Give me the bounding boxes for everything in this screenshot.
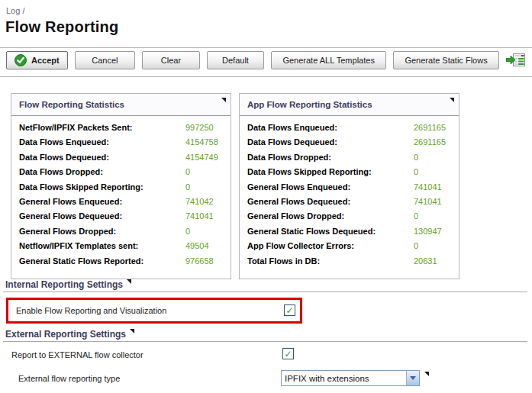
internal-reporting-settings-heading: Internal Reporting Settings	[5, 279, 131, 290]
enable-flow-reporting-checkbox[interactable]: ✓	[284, 304, 295, 316]
stat-row: App Flow Collector Errors:0	[247, 241, 451, 256]
green-check-circle-icon	[15, 54, 27, 66]
stat-value: 741041	[185, 211, 214, 221]
app-flow-reporting-statistics-title: App Flow Reporting Statistics	[247, 100, 372, 109]
generate-static-flows-label: Generate Static Flows	[405, 56, 487, 65]
report-external-collector-checkbox[interactable]: ✓	[282, 348, 294, 359]
external-reporting-settings-title: External Reporting Settings	[5, 329, 126, 340]
default-button[interactable]: Default	[207, 51, 265, 69]
stat-value: 741042	[185, 197, 214, 206]
stat-label: Data Flows Skipped Reporting:	[247, 167, 372, 176]
section-divider	[3, 292, 527, 292]
stat-label: NetFlow/IPFIX Packets Sent:	[19, 123, 133, 132]
app-flow-reporting-statistics-body: Data Flows Enqueued:2691165Data Flows De…	[240, 116, 459, 279]
stat-value: 741041	[414, 197, 442, 206]
stat-label: Data Flows Enqueued:	[247, 123, 337, 132]
stat-value: 997250	[185, 123, 214, 132]
stat-label: General Flows Enqueued:	[247, 182, 350, 192]
stat-value: 0	[185, 227, 190, 236]
stat-row: Data Flows Dropped:0	[19, 167, 223, 182]
chevron-down-icon[interactable]	[406, 371, 419, 385]
internal-reporting-settings-title: Internal Reporting Settings	[5, 279, 123, 290]
stat-label: General Static Flows Reported:	[19, 256, 143, 266]
stat-label: Total Flows in DB:	[247, 256, 320, 266]
external-reporting-settings-heading: External Reporting Settings	[5, 329, 134, 340]
report-external-collector-row: Report to EXTERNAL flow collector ✓	[0, 347, 532, 366]
stat-row: Data Flows Dequeued:4154749	[19, 153, 223, 167]
generate-all-templates-label: Generate ALL Templates	[282, 56, 374, 65]
app-flow-reporting-statistics-header: App Flow Reporting Statistics	[240, 94, 459, 116]
flow-reporting-statistics-header: Flow Reporting Statistics	[11, 94, 231, 116]
external-flow-type-row: External flow reporting type IPFIX with …	[0, 370, 532, 388]
external-flow-type-select[interactable]: IPFIX with extensions	[281, 370, 420, 386]
stat-row: General Static Flows Dequeued:130947	[247, 227, 451, 241]
clear-button[interactable]: Clear	[142, 51, 200, 69]
stat-value: 20631	[414, 256, 437, 266]
default-button-label: Default	[222, 56, 249, 65]
tooltip-corner-icon	[221, 98, 226, 102]
stat-row: Data Flows Skipped Reporting:0	[19, 182, 223, 197]
stat-label: Data Flows Skipped Reporting:	[19, 182, 143, 192]
stat-label: Data Flows Dequeued:	[19, 153, 109, 162]
stat-value: 0	[185, 182, 190, 192]
accept-button[interactable]: Accept	[6, 51, 68, 69]
accept-button-label: Accept	[31, 56, 60, 65]
stat-value: 976658	[185, 256, 214, 266]
tooltip-corner-icon	[127, 279, 131, 284]
report-external-collector-label: Report to EXTERNAL flow collector	[11, 350, 143, 359]
stat-row: Data Flows Enqueued:2691165	[247, 123, 451, 137]
stat-row: General Flows Dropped:0	[19, 227, 223, 241]
tooltip-corner-icon	[450, 98, 454, 102]
stat-row: Total Flows in DB:20631	[247, 256, 451, 271]
stat-row: General Static Flows Reported:976658	[19, 256, 223, 271]
check-icon: ✓	[285, 305, 293, 316]
stat-value: 741041	[414, 182, 442, 192]
stat-value: 0	[185, 167, 190, 176]
enable-flow-reporting-highlight: Enable Flow Reporting and Visualization …	[6, 298, 302, 324]
stat-row: General Flows Dequeued:741041	[19, 211, 223, 226]
stat-value: 4154749	[185, 153, 218, 162]
stat-label: General Flows Dequeued:	[247, 197, 350, 206]
stat-label: General Flows Enqueued:	[19, 197, 122, 206]
flow-reporting-statistics-panel: Flow Reporting Statistics NetFlow/IPFIX …	[11, 93, 231, 279]
page-title: Flow Reporting	[5, 18, 118, 36]
toolbar: Accept Cancel Clear Default Generate ALL…	[0, 47, 532, 77]
stat-value: 0	[414, 211, 418, 221]
stat-value: 0	[414, 241, 418, 250]
section-divider	[3, 341, 527, 342]
external-flow-type-label: External flow reporting type	[18, 374, 120, 383]
stat-row: General Flows Dropped:0	[247, 211, 451, 226]
stat-row: General Flows Dequeued:741041	[247, 197, 451, 211]
stat-value: 130947	[414, 227, 442, 236]
generate-all-templates-button[interactable]: Generate ALL Templates	[271, 51, 386, 69]
stat-label: General Flows Dequeued:	[19, 211, 122, 221]
stat-value: 2691165	[414, 123, 446, 132]
stat-label: General Static Flows Dequeued:	[247, 227, 376, 236]
stat-label: Data Flows Dropped:	[247, 153, 331, 162]
breadcrumb[interactable]: Log /	[6, 6, 24, 15]
enable-flow-reporting-label: Enable Flow Reporting and Visualization	[16, 306, 166, 315]
stat-label: General Flows Dropped:	[19, 227, 116, 236]
stat-row: Data Flows Dequeued:2691165	[247, 137, 451, 152]
flow-reporting-statistics-title: Flow Reporting Statistics	[19, 100, 124, 109]
check-icon: ✓	[284, 349, 292, 359]
stat-value: 0	[414, 153, 418, 162]
stat-label: Data Flows Dropped:	[19, 167, 103, 176]
stat-label: Data Flows Dequeued:	[247, 137, 337, 147]
flow-reporting-statistics-body: NetFlow/IPFIX Packets Sent:997250Data Fl…	[11, 116, 231, 279]
stat-row: Data Flows Skipped Reporting:0	[247, 167, 451, 182]
generate-static-flows-button[interactable]: Generate Static Flows	[393, 51, 499, 69]
stat-label: General Flows Dropped:	[247, 211, 344, 221]
statistics-panels: Flow Reporting Statistics NetFlow/IPFIX …	[11, 93, 467, 279]
generate-report-list-icon[interactable]	[506, 53, 526, 69]
stat-label: App Flow Collector Errors:	[247, 241, 354, 250]
stat-value: 4154758	[185, 137, 218, 147]
cancel-button[interactable]: Cancel	[75, 51, 136, 69]
stat-label: Data Flows Enqueued:	[19, 137, 109, 147]
external-flow-type-value: IPFIX with extensions	[282, 374, 406, 383]
app-flow-reporting-statistics-panel: App Flow Reporting Statistics Data Flows…	[239, 93, 459, 279]
stat-value: 49504	[185, 241, 209, 250]
clear-button-label: Clear	[161, 56, 181, 65]
cancel-button-label: Cancel	[92, 56, 118, 65]
flow-reporting-page: Log / Flow Reporting Accept Cancel Clear…	[0, 0, 532, 393]
